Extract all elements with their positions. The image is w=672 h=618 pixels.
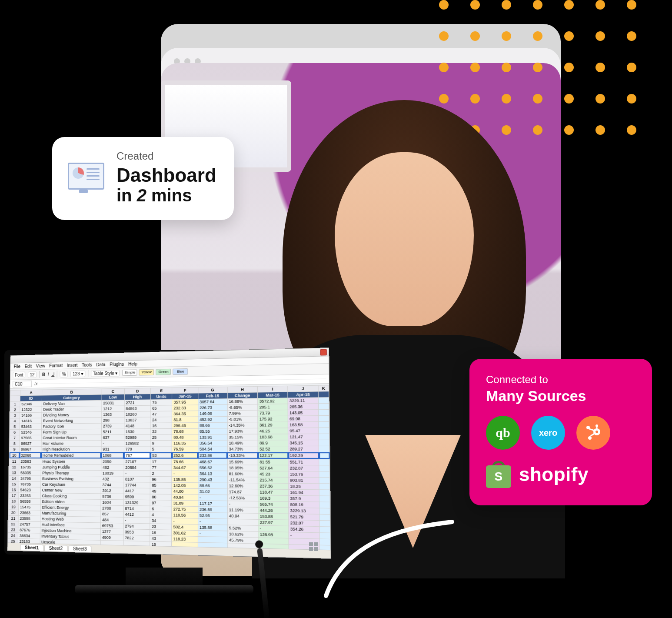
table-row: 1032068Home Remodeled106876753252.6233.8… bbox=[9, 452, 329, 459]
xero-icon: xero bbox=[531, 416, 565, 450]
spreadsheet-app: File Edit View Format Insert Tools Data … bbox=[7, 347, 331, 559]
dashboard-icon bbox=[68, 163, 104, 193]
sources-title: Many Sources bbox=[486, 388, 635, 404]
fx-label: fx bbox=[34, 381, 38, 386]
spreadsheet-table: ABCDEFGHIJK IDCategoryLowHighUnitsJan-15… bbox=[8, 385, 331, 550]
menu-insert[interactable]: Insert bbox=[67, 363, 78, 368]
number-format[interactable]: 123 ▾ bbox=[70, 370, 85, 377]
shopify-wordmark: shopify bbox=[519, 464, 589, 485]
menu-data[interactable]: Data bbox=[96, 362, 105, 367]
badge-title: Dashboard bbox=[116, 165, 216, 186]
menu-edit[interactable]: Edit bbox=[25, 364, 32, 368]
monitor-foot bbox=[75, 585, 254, 594]
monitor: File Edit View Format Insert Tools Data … bbox=[4, 350, 324, 594]
menu-format[interactable]: Format bbox=[49, 363, 63, 368]
quickbooks-icon: qb bbox=[486, 416, 520, 450]
hero-composite: Created Dashboard in 2 mins File Edit Vi… bbox=[0, 0, 672, 618]
font-picker[interactable]: Font bbox=[13, 371, 25, 378]
windows-logo-icon bbox=[309, 542, 318, 551]
svg-point-3 bbox=[588, 436, 592, 440]
shopify-bag-icon bbox=[486, 461, 511, 488]
spreadsheet-grid[interactable]: ABCDEFGHIJK IDCategoryLowHighUnitsJan-15… bbox=[8, 385, 331, 550]
menu-help[interactable]: Help bbox=[128, 361, 137, 367]
shopify-logo: shopify bbox=[486, 461, 635, 488]
table-style[interactable]: Table Style ▾ bbox=[91, 370, 120, 377]
italic-button[interactable]: I bbox=[48, 372, 49, 377]
name-box[interactable]: C10 bbox=[13, 381, 32, 388]
bold-button[interactable]: B bbox=[42, 372, 45, 377]
badge-eyebrow: Created bbox=[116, 150, 216, 162]
menu-tools[interactable]: Tools bbox=[82, 362, 92, 367]
table-row: 986967High Resolution931770576.59504.543… bbox=[9, 446, 329, 452]
sheet-tab-3[interactable]: Sheet3 bbox=[68, 545, 92, 552]
callout-swoop bbox=[322, 518, 461, 613]
created-dashboard-badge: Created Dashboard in 2 mins bbox=[52, 137, 234, 220]
style-swatches[interactable]: Simple Yellow Green Blue bbox=[123, 368, 188, 376]
menu-plugins[interactable]: Plugins bbox=[110, 362, 124, 367]
sources-card: Connected to Many Sources qb xero shopif… bbox=[469, 359, 652, 505]
table-row: 896927Hair Volume-1265829116.35356.5418.… bbox=[10, 440, 329, 446]
menu-file[interactable]: File bbox=[14, 364, 21, 369]
sheet-tab-2[interactable]: Sheet2 bbox=[44, 545, 67, 551]
font-size[interactable]: 12 bbox=[28, 371, 37, 378]
svg-point-2 bbox=[595, 431, 598, 433]
close-icon[interactable] bbox=[320, 349, 327, 355]
hubspot-icon bbox=[576, 416, 610, 450]
svg-rect-7 bbox=[596, 426, 598, 429]
underline-button[interactable]: U bbox=[51, 372, 54, 377]
sources-eyebrow: Connected to bbox=[486, 374, 635, 386]
menu-view[interactable]: View bbox=[36, 364, 45, 368]
badge-subtitle: in 2 mins bbox=[116, 186, 216, 205]
sheet-tab-1[interactable]: Sheet1 bbox=[20, 544, 43, 551]
percent-button[interactable]: % bbox=[60, 371, 68, 377]
svg-rect-5 bbox=[588, 428, 595, 431]
